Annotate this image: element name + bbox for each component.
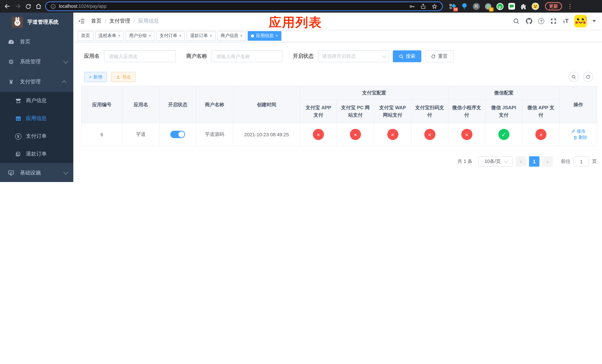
sidebar-item-home[interactable]: 首页 bbox=[0, 32, 73, 52]
tab-merchant-info[interactable]: 商户信息 × bbox=[217, 31, 246, 41]
breadcrumb-home[interactable]: 首页 bbox=[91, 18, 101, 24]
chevron-down-icon bbox=[64, 170, 68, 174]
ext-balloon-icon[interactable] bbox=[461, 3, 468, 10]
cell-wechat-mini: × bbox=[448, 123, 485, 146]
next-page-button[interactable]: › bbox=[542, 156, 553, 167]
app-name-input[interactable] bbox=[104, 50, 176, 62]
ext-sketch-icon[interactable]: 10 bbox=[449, 3, 456, 10]
tab-close-icon[interactable]: × bbox=[149, 34, 151, 38]
github-icon[interactable] bbox=[525, 17, 533, 25]
sidebar-logo[interactable]: 芋道管理系统 bbox=[0, 13, 73, 32]
ext-command-icon[interactable]: ⌘ bbox=[473, 3, 480, 10]
help-icon[interactable]: ? bbox=[538, 18, 544, 24]
sidebar-item-label: 系统管理 bbox=[20, 58, 41, 65]
cell-wechat-app: × bbox=[522, 123, 559, 146]
sidebar-item-system[interactable]: ⚙ 系统管理 bbox=[0, 52, 73, 72]
forward-icon[interactable] bbox=[14, 3, 22, 10]
password-key-icon[interactable] bbox=[409, 3, 415, 10]
edit-link[interactable]: 修改 bbox=[571, 128, 586, 134]
search-icon[interactable] bbox=[512, 17, 520, 25]
tab-pay-order[interactable]: 支付订单 × bbox=[156, 31, 185, 41]
logo-rabbit-icon bbox=[12, 17, 23, 28]
font-size-icon[interactable]: TT bbox=[563, 18, 569, 24]
browser-update-button[interactable]: 更新 bbox=[545, 2, 562, 10]
status-toggle[interactable] bbox=[170, 131, 185, 138]
status-select-placeholder: 请选择开启状态 bbox=[322, 53, 356, 60]
extensions-puzzle-icon[interactable] bbox=[520, 3, 527, 10]
toggle-search-button[interactable] bbox=[569, 72, 579, 82]
sidebar-item-app-info[interactable]: 应用信息 bbox=[0, 110, 73, 127]
goto-page-input[interactable] bbox=[573, 156, 589, 167]
refresh-button[interactable] bbox=[583, 72, 593, 82]
tab-label: 退款订单 bbox=[190, 32, 208, 39]
col-header-wechat-app: 微信 APP 支付 bbox=[522, 99, 559, 123]
status-select[interactable]: 请选择开启状态 bbox=[318, 50, 389, 62]
avatar[interactable] bbox=[574, 15, 587, 27]
tab-close-icon[interactable]: × bbox=[275, 34, 278, 38]
ext-yudao-icon[interactable]: y bbox=[496, 3, 504, 10]
tab-label: 应用信息 bbox=[256, 32, 274, 39]
tab-close-icon[interactable]: × bbox=[179, 34, 182, 38]
profile-emoji-icon[interactable] bbox=[532, 3, 539, 10]
tab-label: 用户分组 bbox=[129, 32, 147, 39]
table-toolbar: + 新增 导出 bbox=[81, 72, 597, 82]
avatar-caret-icon[interactable] bbox=[592, 20, 596, 22]
tab-close-icon[interactable]: × bbox=[210, 34, 212, 38]
merchant-name-input[interactable] bbox=[211, 50, 282, 62]
col-header-alipay-wap: 支付宝 WAP 网站支付 bbox=[374, 99, 411, 123]
tab-close-icon[interactable]: × bbox=[240, 34, 243, 38]
sidebar-item-label: 退款订单 bbox=[26, 151, 47, 157]
sidebar-menu: 首页 ⚙ 系统管理 ¥ 支付管理 商户信 bbox=[0, 32, 73, 182]
reload-icon[interactable] bbox=[24, 3, 32, 10]
pagination-goto: 前往 页 bbox=[561, 156, 597, 167]
sidebar-item-payment[interactable]: ¥ 支付管理 bbox=[0, 72, 73, 92]
ext-badge: 10 bbox=[453, 7, 458, 11]
extensions-row: 10 ⌘ 1 y 更新 ⋮ bbox=[449, 2, 573, 10]
prev-page-button[interactable]: ‹ bbox=[516, 156, 526, 167]
y-glyph: y bbox=[496, 3, 503, 10]
page-size-select[interactable]: 10条/页 bbox=[478, 156, 513, 167]
ext-chat-icon[interactable] bbox=[508, 3, 515, 10]
home-icon[interactable] bbox=[35, 3, 42, 10]
table-right-tools bbox=[569, 72, 593, 82]
sidebar-item-label: 应用信息 bbox=[26, 115, 47, 122]
col-header-alipay-app: 支付宝 APP 支付 bbox=[300, 99, 337, 123]
sidebar-item-refund-order[interactable]: 退款订单 bbox=[0, 145, 73, 163]
site-info-icon[interactable] bbox=[50, 3, 56, 9]
command-glyph: ⌘ bbox=[473, 3, 480, 10]
tab-process-form[interactable]: 流程表单 × bbox=[95, 31, 124, 41]
share-icon[interactable] bbox=[420, 3, 426, 9]
reset-button[interactable]: 重置 bbox=[425, 50, 453, 62]
tab-home[interactable]: 首页 bbox=[78, 31, 93, 41]
back-icon[interactable] bbox=[4, 3, 11, 10]
goto-label: 前往 bbox=[561, 158, 570, 165]
sidebar-item-infrastructure[interactable]: 基础设施 bbox=[0, 163, 73, 182]
cell-alipay-qr: × bbox=[411, 123, 448, 146]
tab-app-info[interactable]: 应用信息 × bbox=[248, 31, 281, 41]
page-annotation: 应用列表 bbox=[269, 14, 322, 31]
delete-link[interactable]: 删除 bbox=[573, 134, 587, 141]
search-button[interactable]: 搜索 bbox=[393, 50, 421, 62]
sidebar-item-pay-order[interactable]: ¥ 支付订单 bbox=[0, 127, 73, 145]
sidebar-item-merchant-info[interactable]: 商户信息 bbox=[0, 92, 73, 110]
add-button[interactable]: + 新增 bbox=[84, 72, 107, 82]
col-header-app-id: 应用编号 bbox=[81, 86, 122, 123]
tab-refund-order[interactable]: 退款订单 × bbox=[187, 31, 215, 41]
fullscreen-icon[interactable] bbox=[550, 17, 557, 25]
tab-close-icon[interactable]: × bbox=[118, 34, 120, 38]
tab-user-group[interactable]: 用户分组 × bbox=[126, 31, 154, 41]
navbar-actions: ? TT bbox=[512, 15, 596, 27]
tab-label: 流程表单 bbox=[98, 32, 116, 39]
sidebar-collapse-icon[interactable] bbox=[78, 17, 85, 25]
export-button[interactable]: 导出 bbox=[111, 72, 136, 82]
browser-menu-icon[interactable]: ⋮ bbox=[567, 3, 573, 10]
bookmark-star-icon[interactable] bbox=[431, 3, 438, 10]
export-button-label: 导出 bbox=[122, 74, 131, 80]
sidebar-item-label: 商户信息 bbox=[26, 97, 47, 104]
ext-recorder-icon[interactable]: 1 bbox=[484, 3, 492, 10]
breadcrumb-pay[interactable]: 支付管理 bbox=[109, 18, 130, 24]
pagination-total: 共 1 条 bbox=[457, 158, 473, 165]
address-bar[interactable]: localhost:1024/pay/app bbox=[45, 1, 443, 11]
current-page-button[interactable]: 1 bbox=[529, 156, 539, 167]
breadcrumb-current: 应用信息 bbox=[138, 18, 159, 24]
